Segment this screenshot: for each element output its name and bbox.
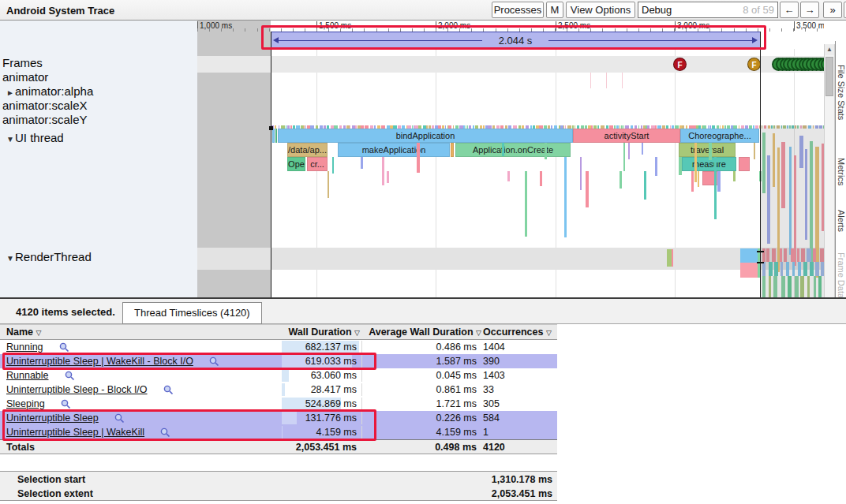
track-label-text: UI thread — [15, 131, 64, 144]
column-separator — [361, 369, 362, 382]
ruler-minor-tick — [781, 28, 782, 32]
search-result-counter: 8 of 59 — [743, 2, 774, 17]
trace-slice-makeapplication[interactable]: makeApplication — [338, 143, 450, 157]
search-input[interactable]: Debug 8 of 59 — [638, 2, 778, 18]
trace-descender-slice — [691, 171, 694, 192]
scrollbar-thumb[interactable] — [825, 57, 833, 96]
thread-state-link[interactable]: Uninterruptible Sleep - Block I/O — [6, 384, 148, 395]
thread-state-link[interactable]: Uninterruptible Sleep | WakeKill - Block… — [6, 356, 193, 367]
thread-state-link[interactable]: Uninterruptible Sleep — [6, 413, 99, 424]
sidebar-track-animator-scalex[interactable]: animator:scaleX — [0, 99, 88, 113]
magnifier-icon[interactable] — [209, 357, 219, 369]
side-tab-metrics[interactable]: Metrics — [837, 158, 846, 185]
column-header-average-wall-duration[interactable]: Average Wall Duration ▽ — [366, 327, 481, 338]
thread-state-link[interactable]: Runnable — [6, 370, 49, 381]
table-row[interactable]: Sleeping524.869 ms1.721 ms305 — [0, 397, 557, 411]
thread-state-link[interactable]: Uninterruptible Sleep | WakeKill — [6, 427, 144, 438]
collapse-controls-button[interactable]: » — [823, 2, 842, 18]
sidebar-track-frames[interactable]: Frames — [0, 56, 43, 70]
view-options-button[interactable]: View Options — [566, 2, 635, 18]
thread-state-link[interactable]: Running — [6, 342, 43, 353]
thread-state-link[interactable]: Sleeping — [6, 398, 45, 409]
trace-slice-bindapplication[interactable]: bindApplication — [278, 129, 573, 143]
trace-slice-unnamed[interactable] — [275, 129, 277, 143]
magnifier-icon[interactable] — [65, 371, 75, 383]
trace-slice-unnamed[interactable] — [272, 129, 275, 143]
trace-slice-unnamed[interactable] — [451, 143, 454, 157]
frame-marker-icon[interactable]: F — [747, 58, 761, 71]
metrics-button[interactable]: M — [546, 2, 563, 18]
timeline-workspace: Framesanimator►animator:alphaanimator:sc… — [0, 21, 846, 297]
selection-drag-handle[interactable] — [757, 251, 764, 252]
frame-marker-icon[interactable]: F — [673, 58, 687, 71]
trace-slice-unnamed[interactable] — [739, 157, 750, 171]
average-wall-duration-value: 1.587 ms — [382, 356, 477, 367]
column-header-wall-duration[interactable]: Wall Duration ▽ — [278, 327, 360, 338]
ruler-minor-tick — [269, 28, 270, 32]
table-row[interactable]: Uninterruptible Sleep | WakeKill4.159 ms… — [0, 425, 557, 439]
sort-icon[interactable]: ▽ — [546, 329, 552, 337]
trace-slice-choreographe-[interactable]: Choreographe... — [680, 129, 759, 143]
selection-info-row: Selection extent2,053.451 ms — [0, 487, 557, 501]
table-row[interactable]: Uninterruptible Sleep | WakeKill - Block… — [0, 354, 557, 368]
trace-slice-application-oncreate[interactable]: Application.onCreate — [455, 143, 571, 157]
sidebar-track-renderthread[interactable]: ▼RenderThread — [0, 250, 92, 264]
trace-canvas[interactable]: 1,000 ms1,500 ms2,000 ms2,500 ms3,000 ms… — [197, 21, 824, 297]
collapse-arrow-icon[interactable]: ▼ — [0, 254, 15, 263]
column-separator — [361, 426, 362, 439]
trace-descender-slice — [328, 171, 329, 198]
selection-end-line[interactable] — [760, 32, 761, 297]
trace-slice-activitystart[interactable]: activityStart — [573, 129, 680, 143]
column-separator — [361, 412, 362, 424]
sort-icon[interactable]: ▽ — [354, 329, 360, 337]
table-row[interactable]: Uninterruptible Sleep - Block I/O28.417 … — [0, 383, 557, 397]
table-row[interactable]: Uninterruptible Sleep131.776 ms0.226 ms5… — [0, 411, 557, 425]
sort-icon[interactable]: ▽ — [476, 329, 481, 337]
magnifier-icon[interactable] — [59, 342, 69, 355]
expand-arrow-icon[interactable]: ► — [0, 88, 15, 97]
trace-slice-ope[interactable]: Ope — [287, 157, 305, 171]
column-header-name[interactable]: Name ▽ — [6, 327, 41, 338]
find-next-button[interactable]: → — [800, 2, 819, 18]
column-header-occurrences[interactable]: Occurrences ▽ — [483, 327, 552, 338]
magnifier-icon[interactable] — [160, 427, 170, 440]
selection-start-line[interactable] — [271, 32, 271, 297]
renderthread-slice[interactable] — [740, 263, 758, 278]
selection-drag-handle[interactable] — [757, 262, 764, 263]
processes-button[interactable]: Processes — [492, 2, 544, 18]
sidebar-track-animator-alpha[interactable]: ►animator:alpha — [0, 84, 93, 99]
sidebar-track-animator-scaley[interactable]: animator:scaleY — [0, 113, 88, 127]
trace-vertical-scrollbar[interactable]: ▲ ▼ — [824, 44, 835, 318]
sidebar-track-animator[interactable]: animator — [0, 70, 48, 84]
side-tab-file-size-stats[interactable]: File Size Stats — [837, 65, 846, 120]
selection-drag-handle[interactable] — [269, 126, 273, 130]
average-wall-duration-value: 0.486 ms — [382, 342, 477, 353]
table-row[interactable]: Runnable63.060 ms0.045 ms1403 — [0, 368, 557, 383]
trace-slice-cr-[interactable]: cr... — [307, 157, 328, 171]
selection-duration-band[interactable]: 2.044 s — [271, 32, 760, 49]
trace-descender-slice — [655, 157, 657, 176]
find-prev-button[interactable]: ← — [780, 2, 799, 18]
magnifier-icon[interactable] — [163, 385, 174, 398]
trace-slice--data-ap-[interactable]: /data/ap... — [287, 143, 328, 157]
trace-descender-slice — [564, 157, 567, 237]
trace-descender-slice — [694, 143, 697, 182]
selection-info-value: 1,310.178 ms — [492, 474, 552, 485]
magnifier-icon[interactable] — [114, 413, 125, 426]
ruler-tick-label: 1,000 ms — [197, 21, 232, 31]
average-wall-duration-value: 0.226 ms — [382, 413, 477, 424]
collapse-arrow-icon[interactable]: ▼ — [0, 135, 15, 144]
magnifier-icon[interactable] — [61, 399, 71, 412]
renderthread-slice[interactable] — [740, 248, 758, 263]
sort-icon[interactable]: ▽ — [36, 329, 42, 337]
renderthread-track-band — [197, 248, 824, 270]
side-tab-alerts[interactable]: Alerts — [837, 210, 846, 232]
analysis-tabstrip: 4120 items selected. Thread Timeslices (… — [0, 299, 846, 324]
sidebar-track-ui-thread[interactable]: ▼UI thread — [0, 131, 64, 145]
table-row[interactable]: Running682.137 ms0.486 ms1404 — [0, 340, 557, 354]
scroll-up-icon[interactable]: ▲ — [825, 44, 834, 55]
tab-thread-timeslices[interactable]: Thread Timeslices (4120) — [122, 302, 262, 324]
trace-descender-slice — [525, 171, 527, 237]
trace-slice-traversal[interactable]: traversal — [679, 143, 736, 157]
selection-info-label: Selection extent — [17, 488, 93, 499]
